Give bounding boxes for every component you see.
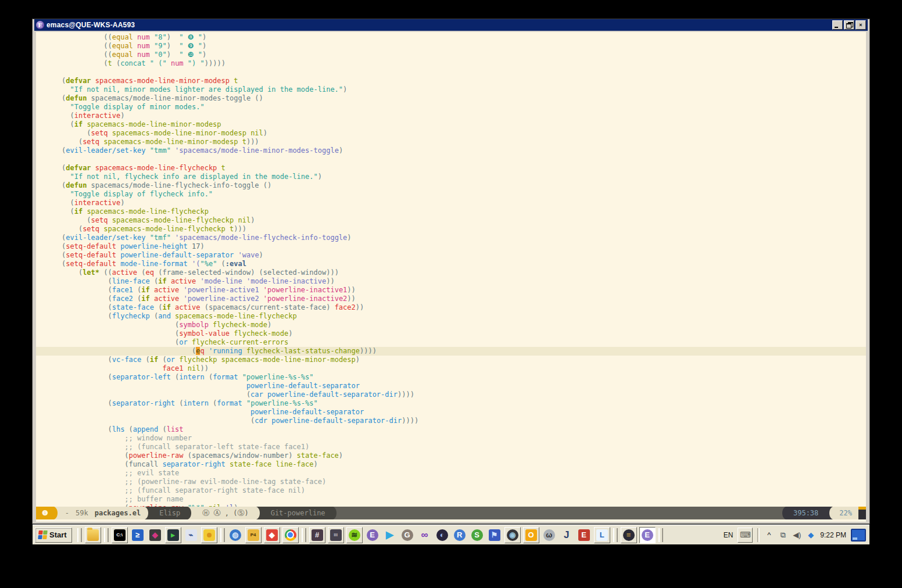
powershell-icon[interactable]: ≥ xyxy=(130,528,145,543)
code-line[interactable]: (setq spacemacs-mode-line-flycheckp t))) xyxy=(36,225,866,234)
code-line[interactable]: (symbolp flycheck-mode) xyxy=(36,321,866,329)
code-line[interactable]: (interactive) xyxy=(36,112,866,120)
titlebar[interactable]: E emacs@QUE-WKS-AA593 × xyxy=(34,19,868,31)
eclipse-icon[interactable]: ◐ xyxy=(435,528,450,543)
code-line[interactable]: (flycheckp (and spacemacs-mode-line-flyc… xyxy=(36,312,866,321)
eye-icon[interactable]: ◉ xyxy=(504,527,521,543)
emacs-active-icon[interactable]: E xyxy=(639,527,656,543)
snake-icon[interactable]: S xyxy=(470,528,485,543)
code-line[interactable]: (interactive) xyxy=(36,199,866,207)
code-line[interactable]: (evil-leader/set-key "tmf" 'spacemacs/mo… xyxy=(36,234,866,242)
code-line[interactable]: "Toggle display of minor modes." xyxy=(36,103,866,112)
start-button[interactable]: Start xyxy=(35,528,72,543)
code-line[interactable]: ;; (funcall separator-left state-face fa… xyxy=(36,443,866,451)
line-column[interactable]: 395:38 xyxy=(786,507,826,519)
code-line[interactable]: (car powerline-default-separator-dir)))) xyxy=(36,390,866,399)
code-line[interactable]: (setq spacemacs-mode-line-minor-modesp t… xyxy=(36,138,866,146)
code-line[interactable]: ((equal num "9") " ❾ ") xyxy=(36,42,866,51)
code-line[interactable]: ;; (funcall separator-right state-face n… xyxy=(36,486,866,495)
code-line[interactable]: (line-face (if active 'mode-line 'mode-l… xyxy=(36,277,866,286)
show-desktop-icon[interactable] xyxy=(851,529,866,542)
code-line[interactable]: (defun spacemacs/mode-line-minor-modes-t… xyxy=(36,94,866,103)
editor-buffer[interactable]: ((equal num "8") " ❽ ") ((equal num "9")… xyxy=(36,32,866,507)
code-line[interactable]: "If not nil, flycheck info are displayed… xyxy=(36,173,866,181)
code-line[interactable]: powerline-default-separator xyxy=(36,382,866,390)
console-icon[interactable]: ▸ xyxy=(165,527,181,543)
taskbar-handle[interactable] xyxy=(77,528,82,542)
code-line[interactable]: (defvar spacemacs-mode-line-flycheckp t xyxy=(36,164,866,173)
code-line[interactable]: ;; buffer name xyxy=(36,495,866,504)
ink-swoosh-icon[interactable]: J xyxy=(559,528,574,543)
code-line[interactable]: (powerline-raw (spacemacs/window-number)… xyxy=(36,451,866,460)
code-line[interactable]: (defvar spacemacs-mode-line-minor-modesp… xyxy=(36,77,866,85)
code-line[interactable]: ;; window number xyxy=(36,434,866,443)
media-player-icon[interactable]: ◆ xyxy=(148,528,163,543)
folder-icon[interactable] xyxy=(85,527,101,543)
code-line[interactable]: ;; (powerline-raw evil-mode-line-tag sta… xyxy=(36,478,866,486)
remote-tool-icon[interactable]: ⌁ xyxy=(184,528,199,543)
code-line[interactable]: (or flycheck-current-errors xyxy=(36,338,866,347)
perforce-icon[interactable]: P4 xyxy=(245,527,262,543)
cyberduck-icon[interactable] xyxy=(201,527,217,543)
code-line[interactable]: (setq spacemacs-mode-line-flycheckp nil) xyxy=(36,216,866,225)
code-line[interactable]: (separator-right (intern (format "powerl… xyxy=(36,399,866,408)
code-line[interactable]: (lhs (append (list xyxy=(36,425,866,434)
vnc-icon[interactable]: ⚑ xyxy=(487,528,502,543)
infinity-icon[interactable]: ∞ xyxy=(417,528,432,543)
code-line[interactable] xyxy=(36,68,866,77)
code-line[interactable]: (t (concat " (" num ") "))))) xyxy=(36,59,866,68)
outlook-icon[interactable]: O xyxy=(523,527,539,543)
code-line[interactable]: (evil-leader/set-key "tmm" 'spacemacs/mo… xyxy=(36,146,866,155)
code-line[interactable]: (eq 'running flycheck-last-status-change… xyxy=(36,347,866,356)
code-line[interactable]: (if spacemacs-mode-line-minor-modesp xyxy=(36,120,866,129)
speaker-icon[interactable]: ◀) xyxy=(792,531,801,539)
code-line[interactable]: ((equal num "8") " ❽ ") xyxy=(36,33,866,42)
spotify-icon[interactable]: ≋ xyxy=(346,527,363,543)
chevron-up-icon[interactable]: ^ xyxy=(764,531,774,539)
code-line[interactable]: (if spacemacs-mode-line-flycheckp xyxy=(36,207,866,216)
l-app-icon[interactable]: L xyxy=(594,527,610,543)
code-line[interactable]: powerline-default-separator xyxy=(36,408,866,417)
major-mode[interactable]: Elisp xyxy=(152,507,188,519)
scroll-hud[interactable] xyxy=(858,507,866,519)
globe-icon[interactable]: ◍ xyxy=(228,528,243,543)
code-line[interactable]: (setq spacemacs-mode-line-minor-modesp n… xyxy=(36,129,866,138)
chrome-icon[interactable] xyxy=(282,527,299,543)
minimize-button[interactable] xyxy=(832,20,843,30)
buffer-size[interactable]: 59k xyxy=(73,507,91,519)
code-line[interactable]: (separator-left (intern (format "powerli… xyxy=(36,373,866,382)
taskbar-handle[interactable] xyxy=(302,528,306,542)
close-button[interactable]: × xyxy=(856,20,866,30)
code-line[interactable]: (symbol-value flycheck-mode) xyxy=(36,329,866,338)
window-number[interactable]: ❶ xyxy=(36,507,54,519)
retro-e-icon[interactable]: E xyxy=(577,528,592,543)
code-line[interactable]: "If not nil, minor modes lighter are dis… xyxy=(36,85,866,94)
language-indicator[interactable]: EN xyxy=(724,531,733,539)
emacs-sphere-icon[interactable]: E xyxy=(365,528,380,543)
code-line[interactable]: (cdr powerline-default-separator-dir)))) xyxy=(36,417,866,425)
code-line[interactable]: (vc-face (if (or flycheckp spacemacs-mod… xyxy=(36,356,866,364)
version-control[interactable]: Git-powerline xyxy=(263,507,333,519)
tray-clock[interactable]: 9:22 PM xyxy=(820,531,846,539)
audio-bars-icon[interactable]: ǀǀǀ xyxy=(328,527,344,543)
buffer-position[interactable]: 22% xyxy=(833,507,858,519)
network-icon[interactable]: ⧉ xyxy=(778,531,788,539)
code-line[interactable]: face1 nil)) xyxy=(36,364,866,373)
r-icon[interactable]: R xyxy=(452,528,467,543)
taskbar-handle[interactable] xyxy=(104,528,109,542)
taskbar-handle[interactable] xyxy=(658,528,663,542)
code-line[interactable]: (defun spacemacs/mode-line-flycheck-info… xyxy=(36,181,866,190)
code-line[interactable]: (setq-default mode-line-format '("%e" (:… xyxy=(36,260,866,268)
buffer-name[interactable]: packages.el xyxy=(91,507,145,519)
keyboard-icon[interactable]: ⌨ xyxy=(738,528,753,543)
striped-sphere-icon[interactable]: ≡ xyxy=(621,527,637,543)
echo-area[interactable] xyxy=(36,519,866,522)
code-line[interactable]: ((equal num "0") " ❿ ") xyxy=(36,51,866,59)
code-line[interactable] xyxy=(36,155,866,164)
slack-icon[interactable]: # xyxy=(309,527,325,543)
gimp-icon[interactable]: G xyxy=(400,528,415,543)
octocat-icon[interactable]: ω xyxy=(542,528,557,543)
code-line[interactable]: (face1 (if active 'powerline-active1 'po… xyxy=(36,286,866,295)
cmd-icon[interactable]: C:\ xyxy=(112,527,128,543)
code-line[interactable]: (funcall separator-right state-face line… xyxy=(36,460,866,469)
